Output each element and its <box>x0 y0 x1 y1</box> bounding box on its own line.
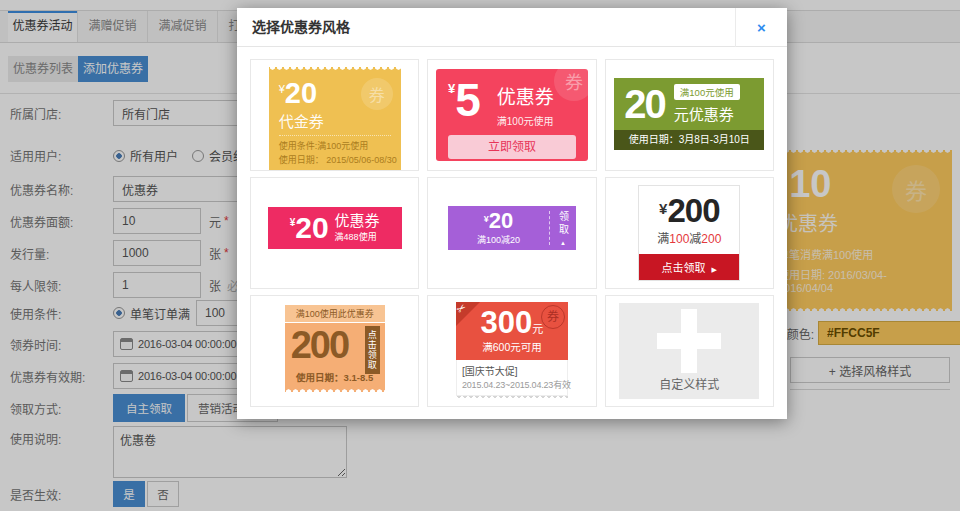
rose-title: 优惠券 <box>335 213 380 230</box>
app-window: 优惠券活动 满赠促销 满减促销 打折促销 优惠券列表 添加优惠券 所属门店: 适… <box>0 0 960 511</box>
quan-badge-icon: 券 <box>361 78 393 110</box>
triangle-up-icon: ▲ <box>560 240 566 246</box>
gold-title: 代金券 <box>279 110 391 136</box>
coupon-style-gold[interactable]: ¥20 代金券 使用条件:满100元使用 使用日期： 2015/05/06-08… <box>250 59 419 171</box>
green-title: 元优惠券 <box>674 103 740 124</box>
orange-amount: 200 <box>291 324 348 366</box>
click-claim-tag[interactable]: 点击领取 <box>365 326 380 374</box>
green-date: 使用日期：3月8日-3月10日 <box>614 130 764 150</box>
red300-unit: 元 <box>532 323 543 335</box>
quan-badge-icon: 券 <box>541 305 565 329</box>
modal-header: 选择优惠券风格 × <box>237 8 787 47</box>
modal-title: 选择优惠券风格 <box>237 8 787 47</box>
promo-tag: [国庆节大促] <box>462 363 562 378</box>
claim-now-button[interactable]: 立即领取 <box>448 135 576 159</box>
coupon-style-purple[interactable]: ¥20 满100减20 领取 ▲ <box>427 177 596 289</box>
perforated-edge <box>285 387 385 392</box>
rose-amount: 20 <box>295 213 328 243</box>
coupon-style-rose[interactable]: ¥ 20 优惠券 满488使用 <box>250 177 419 289</box>
coupon-style-custom[interactable]: 自定义样式 <box>605 295 774 407</box>
white200-condition: 满100减200 <box>639 229 739 246</box>
plus-icon <box>681 309 697 373</box>
coupon-style-orange[interactable]: 满100使用此优惠券 200 点击领取 使用日期：3.1-8.5 <box>250 295 419 407</box>
green-amount: 20 <box>624 84 665 124</box>
claim-label: 领取 <box>555 211 570 237</box>
currency-symbol: ¥ <box>448 81 455 128</box>
pink-amount: 5 <box>455 79 481 128</box>
click-claim-button[interactable]: 点击领取▶ <box>639 254 739 280</box>
coupon-style-white200[interactable]: ¥200 满100减200 点击领取▶ <box>605 177 774 289</box>
purple-condition: 满100减20 <box>477 233 520 246</box>
red300-amount: 300 <box>481 305 533 340</box>
coupon-style-red300[interactable]: ✂ 券 300元 满600元可用 [国庆节大促] 2015.04.23~2015… <box>427 295 596 407</box>
white200-amount: 200 <box>667 192 719 229</box>
close-icon[interactable]: × <box>735 8 787 47</box>
triangle-right-icon: ▶ <box>712 266 717 273</box>
validity-text: 2015.04.23~2015.04.23有效 <box>462 378 562 391</box>
orange-condition: 满100使用此优惠券 <box>285 305 385 323</box>
purple-amount: 20 <box>489 208 513 233</box>
gold-date: 使用日期： 2015/05/06-08/30 <box>279 154 391 168</box>
wavy-edge <box>456 396 568 400</box>
orange-date: 使用日期：3.1-8.5 <box>285 370 385 384</box>
coupon-style-modal: 选择优惠券风格 × ¥20 代金券 使用条件:满100元使用 使用日期： 201… <box>237 8 787 419</box>
pink-title: 优惠券 <box>497 82 554 109</box>
rose-condition: 满488使用 <box>335 230 380 243</box>
coupon-style-pink[interactable]: 券 ¥ 5 优惠券 满100元使用 立即领取 <box>427 59 596 171</box>
gold-condition: 使用条件:满100元使用 <box>279 140 391 154</box>
coupon-style-grid: ¥20 代金券 使用条件:满100元使用 使用日期： 2015/05/06-08… <box>237 47 787 419</box>
pink-condition: 满100元使用 <box>497 113 554 128</box>
green-condition-badge: 满100元使用 <box>674 84 740 100</box>
coupon-style-green[interactable]: 20 满100元使用 元优惠券 使用日期：3月8日-3月10日 <box>605 59 774 171</box>
red300-condition: 满600元可用 <box>456 339 568 354</box>
custom-style-label: 自定义样式 <box>619 375 759 392</box>
